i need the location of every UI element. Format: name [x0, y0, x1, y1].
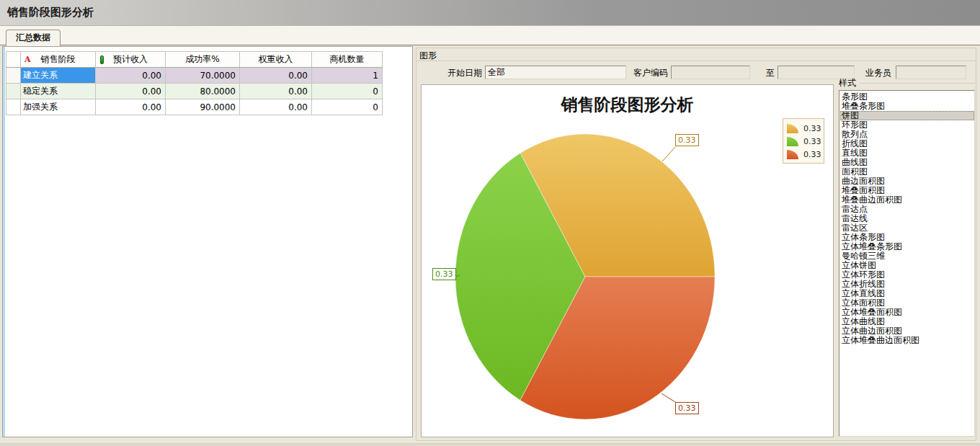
column-header-weighted[interactable]: 权重收入: [240, 52, 312, 68]
cell-expected[interactable]: 0.00: [96, 99, 166, 115]
legend-value: 0.33: [803, 124, 821, 133]
customer-code-input[interactable]: [671, 66, 750, 79]
cell-weighted[interactable]: 0.00: [240, 68, 312, 84]
start-date-label: 开始日期: [447, 67, 482, 79]
summary-grid-panel: A 销售阶段 预计收入 成功率% 权重收入 商机数量: [2, 46, 413, 437]
cell-weighted[interactable]: 0.00: [240, 99, 312, 115]
table-row: 建立关系 0.00 70.0000 0.00 1: [6, 68, 383, 84]
sales-stage-table: A 销售阶段 预计收入 成功率% 权重收入 商机数量: [6, 51, 383, 115]
start-date-input[interactable]: [485, 66, 626, 79]
slice-value-callout: 0.33: [432, 268, 456, 280]
sort-a-icon: A: [24, 55, 31, 64]
bottom-edge: [0, 442, 980, 446]
table-row: 加强关系 0.00 90.0000 0.00 0: [6, 99, 383, 115]
salesperson-label: 业务员: [864, 67, 891, 79]
cell-expected[interactable]: 0.00: [96, 84, 166, 99]
row-indicator[interactable]: [6, 99, 21, 115]
to-label: 至: [766, 67, 775, 79]
cell-stage[interactable]: 加强关系: [21, 99, 96, 115]
style-list-item[interactable]: 立体堆叠曲边面积图: [840, 336, 974, 345]
column-marker-icon: [100, 55, 104, 64]
customer-code-label: 客户编码: [633, 67, 668, 79]
tab-summary-data[interactable]: 汇总数据: [6, 30, 61, 46]
row-indicator-header: [6, 52, 21, 68]
style-list: 条形图堆叠条形图饼图环形图散列点折线图直线图曲线图面积图曲边面积图堆叠面积图堆叠…: [839, 90, 975, 437]
pie-svg: [422, 85, 834, 438]
chart-title: 销售阶段图形分析: [422, 94, 833, 116]
cell-expected[interactable]: 0.00: [96, 68, 166, 84]
column-header-count[interactable]: 商机数量: [312, 52, 383, 68]
salesperson-input[interactable]: [896, 66, 966, 79]
page-title: 销售阶段图形分析: [7, 6, 94, 19]
graph-group-box: 图形 开始日期 客户编码 至 业务员 销售阶段图形分析 0.330.330.33…: [416, 48, 976, 441]
table-header-row: A 销售阶段 预计收入 成功率% 权重收入 商机数量: [6, 52, 383, 68]
column-header-expected[interactable]: 预计收入: [96, 52, 166, 68]
legend-swatch-icon: [787, 137, 798, 146]
chart-area: 销售阶段图形分析 0.330.330.33 0.33 0.33 0.33: [421, 84, 834, 437]
cell-success-rate[interactable]: 80.0000: [166, 84, 240, 99]
cell-count[interactable]: 0: [312, 84, 383, 99]
style-list-item[interactable]: 堆叠条形图: [840, 102, 974, 111]
row-indicator[interactable]: [6, 68, 21, 84]
legend-entry: 0.33: [787, 122, 820, 135]
style-group-line: [860, 83, 975, 84]
legend-entry: 0.33: [787, 148, 820, 161]
tab-bar: 汇总数据: [0, 26, 980, 45]
style-group-label: 样式: [839, 77, 856, 89]
cell-count[interactable]: 1: [312, 68, 383, 84]
chart-legend: 0.330.330.33: [783, 118, 824, 164]
callout-leader-line: [662, 147, 675, 161]
column-header-stage[interactable]: A 销售阶段: [21, 52, 96, 68]
row-indicator[interactable]: [6, 84, 21, 99]
slice-value-callout: 0.33: [675, 134, 699, 146]
graph-group-header: 图形: [416, 48, 976, 61]
legend-swatch-icon: [787, 150, 798, 159]
cell-stage[interactable]: 稳定关系: [21, 84, 96, 99]
legend-swatch-icon: [787, 124, 798, 133]
graph-group-label: 图形: [419, 50, 437, 62]
table-row: 稳定关系 0.00 80.0000 0.00 0: [6, 84, 383, 99]
cell-count[interactable]: 0: [312, 99, 383, 115]
slice-value-callout: 0.33: [675, 402, 699, 414]
cell-stage[interactable]: 建立关系: [21, 68, 96, 84]
app-window: 销售阶段图形分析 汇总数据 A 销售阶段 预计收入 成功率% 权: [0, 0, 980, 446]
grid-left-edge: [3, 47, 5, 437]
cell-weighted[interactable]: 0.00: [240, 84, 312, 99]
legend-value: 0.33: [803, 150, 821, 159]
column-header-success-rate[interactable]: 成功率%: [166, 52, 240, 68]
title-bar: 销售阶段图形分析: [0, 0, 980, 26]
legend-value: 0.33: [803, 137, 821, 146]
cell-success-rate[interactable]: 90.0000: [166, 99, 240, 115]
callout-leader-line: [662, 393, 675, 402]
cell-success-rate[interactable]: 70.0000: [166, 68, 240, 84]
legend-entry: 0.33: [787, 135, 820, 148]
